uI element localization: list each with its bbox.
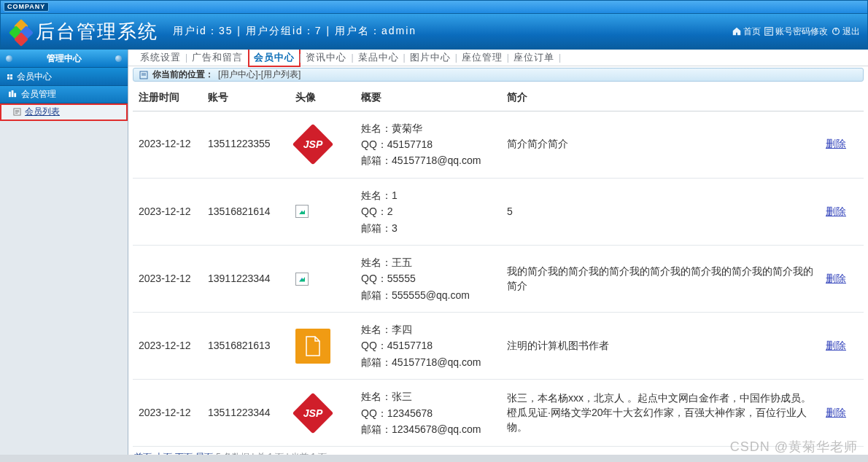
avatar-xml-icon [295,329,330,364]
nav-item-7[interactable]: 座位订单 [509,51,559,64]
nav-item-2[interactable]: 会员中心 [249,50,299,66]
cell-date: 2023-12-12 [133,380,202,447]
change-password-button[interactable]: 账号密码修改 [764,26,828,38]
cell-intro: 张三，本名杨xxx，北京人 。起点中文网白金作者，中国作协成员。橙瓜见证·网络文… [501,380,820,447]
cell-avatar: JSP [290,380,355,447]
th-account: 账号 [202,85,290,111]
cell-summary: 姓名：张三QQ：12345678邮箱：12345678@qq.com [355,380,501,447]
cell-account: 13511223355 [202,111,290,178]
cell-intro: 注明的计算机图书作者 [501,313,820,380]
sidebar-section-members[interactable]: 会员中心 [0,68,128,86]
company-badge: COMPANY [4,2,49,12]
table-row: 2023-12-1213516821614姓名：1QQ：2邮箱：35删除 [133,178,864,245]
cell-summary: 姓名：李四QQ：45157718邮箱：45157718@qq.com [355,313,501,380]
pager-prev[interactable]: 上页 [155,451,172,455]
main-area: 系统设置 | 广告和留言 | 会员中心 | 资讯中心 | 菜品中心 | 图片中心… [128,50,868,455]
pager-first[interactable]: 首页 [134,451,152,455]
logo-icon [11,21,31,42]
cell-date: 2023-12-12 [133,111,202,178]
th-summary: 概要 [355,85,501,111]
cell-avatar [290,313,355,380]
svg-rect-8 [14,93,16,98]
cell-date: 2023-12-12 [133,245,202,312]
cell-op: 删除 [820,111,864,178]
delete-link[interactable]: 删除 [826,138,846,149]
system-title: 后台管理系统 [36,18,158,44]
doc-icon [139,71,148,79]
home-button[interactable]: 首页 [732,26,761,38]
th-intro: 简介 [501,85,820,111]
cell-account: 13516821613 [202,313,290,380]
nav-item-4[interactable]: 菜品中心 [354,51,403,64]
header: 后台管理系统 用户id：35 | 用户分组id：7 | 用户名：admin 首页… [0,14,868,50]
cell-op: 删除 [820,380,864,447]
table-row: 2023-12-1213911223344姓名：王五QQ：55555邮箱：555… [133,245,864,312]
nav-item-6[interactable]: 座位管理 [457,51,507,64]
delete-link[interactable]: 删除 [826,205,846,217]
delete-link[interactable]: 删除 [826,407,846,418]
grid-icon [7,74,12,79]
avatar-jsp-icon: JSP [295,396,330,431]
window-topbar: COMPANY [0,0,868,14]
table-row: 2023-12-1213511223344JSP姓名：张三QQ：12345678… [133,380,864,447]
cell-intro: 简介简介简介 [501,111,820,178]
top-nav: 系统设置 | 广告和留言 | 会员中心 | 资讯中心 | 菜品中心 | 图片中心… [128,50,868,66]
power-icon [831,26,841,36]
svg-rect-6 [9,92,11,97]
home-icon [732,26,742,36]
nav-item-5[interactable]: 图片中心 [406,51,455,64]
pager: 首页 上页 下页 尾页 5 条数据 | 总 1 页 | 当前 1 页 [134,451,862,455]
cell-op: 删除 [820,245,864,312]
cell-summary: 姓名：1QQ：2邮箱：3 [355,178,501,245]
cell-date: 2023-12-12 [133,178,202,245]
page-icon [13,108,21,116]
avatar-broken-icon [295,205,309,218]
table-row: 2023-12-1213511223355JSP姓名：黄菊华QQ：4515771… [133,111,864,178]
form-icon [764,26,774,36]
sidebar-sub-member-manage[interactable]: 会员管理 [0,86,128,103]
pager-next[interactable]: 下页 [175,451,193,455]
nav-item-1[interactable]: 广告和留言 [187,51,247,64]
bars-icon [9,90,17,98]
cell-summary: 姓名：黄菊华QQ：45157718邮箱：45157718@qq.com [355,111,501,178]
member-table: 注册时间 账号 头像 概要 简介 2023-12-1213511223355JS… [133,85,864,447]
breadcrumb: 你当前的位置： [用户中心]-[用户列表] [133,68,864,82]
sidebar: 管理中心 会员中心 会员管理 会员列表 [0,50,128,455]
cell-account: 13516821614 [202,178,290,245]
cell-date: 2023-12-12 [133,313,202,380]
cell-intro: 5 [501,178,820,245]
avatar-broken-icon [295,273,309,286]
sidebar-title: 管理中心 [0,50,128,68]
nav-item-3[interactable]: 资讯中心 [301,51,351,64]
cell-intro: 我的简介我的简介我的简介我的简介我的简介我的简介我的简介我的简介 [501,245,820,312]
user-info-line: 用户id：35 | 用户分组id：7 | 用户名：admin [173,24,416,39]
cell-summary: 姓名：王五QQ：55555邮箱：555555@qq.com [355,245,501,312]
table-row: 2023-12-1213516821613姓名：李四QQ：45157718邮箱：… [133,313,864,380]
delete-link[interactable]: 删除 [826,340,846,351]
breadcrumb-label: 你当前的位置： [152,68,214,81]
pager-last[interactable]: 尾页 [195,451,213,455]
pager-info: 5 条数据 | 总 1 页 | 当前 1 页 [216,451,327,455]
cell-account: 13511223344 [202,380,290,447]
cell-avatar: JSP [290,111,355,178]
delete-link[interactable]: 删除 [826,273,846,284]
sidebar-item-member-list[interactable]: 会员列表 [0,103,128,121]
svg-rect-7 [12,90,14,97]
logout-button[interactable]: 退出 [831,26,860,38]
nav-item-0[interactable]: 系统设置 [136,51,185,64]
cell-account: 13911223344 [202,245,290,312]
table-header-row: 注册时间 账号 头像 概要 简介 [133,85,864,111]
avatar-jsp-icon: JSP [295,127,330,162]
cell-avatar [290,178,355,245]
cell-op: 删除 [820,178,864,245]
th-date: 注册时间 [133,85,202,111]
cell-op: 删除 [820,313,864,380]
breadcrumb-path: [用户中心]-[用户列表] [218,68,301,81]
th-op [820,85,864,111]
cell-avatar [290,245,355,312]
th-avatar: 头像 [290,85,355,111]
